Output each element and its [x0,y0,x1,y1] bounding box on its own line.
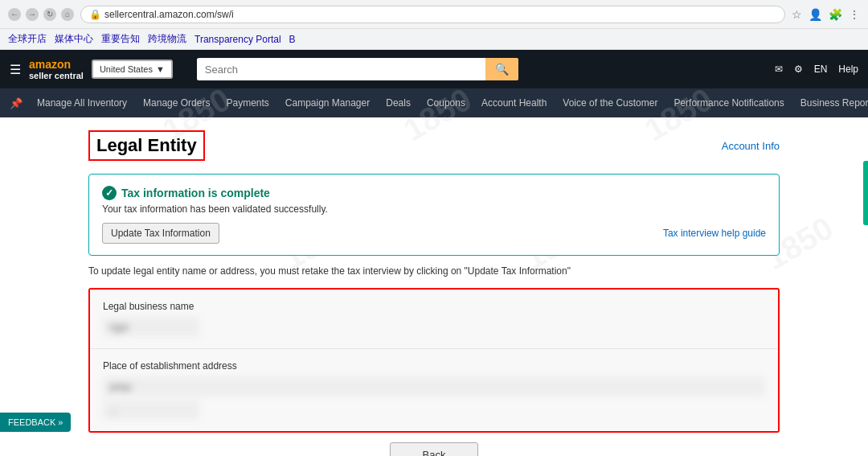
nav-performance[interactable]: Performance Notifications [672,97,785,109]
right-edge-indicator [863,161,868,225]
page-header: Legal Entity Account Info [88,130,780,161]
back-browser-button[interactable]: ← [8,8,21,21]
hamburger-icon[interactable]: ☰ [10,62,21,77]
nav-campaign-manager[interactable]: Campaign Manager [284,97,371,109]
back-button[interactable]: Back [390,442,479,456]
page-title: Legal Entity [88,130,205,161]
tax-banner-title-text: Tax information is complete [121,187,270,199]
bookmark-b[interactable]: B [289,34,296,45]
address-lines: yequ ... [103,376,765,420]
tax-help-link[interactable]: Tax interview help guide [663,228,766,239]
address-line1: yequ [103,376,765,396]
nav-coupons[interactable]: Coupons [425,97,467,109]
address-line2: ... [103,400,199,420]
search-button[interactable]: 🔍 [485,58,518,80]
nav-account-health[interactable]: Account Health [480,97,548,109]
profile-icon[interactable]: 👤 [809,8,822,21]
header-right: ✉ ⚙ EN Help [775,64,858,75]
bookmark-media[interactable]: 媒体中心 [55,32,93,46]
settings-icon[interactable]: ⚙ [794,64,803,75]
refresh-button[interactable]: ↻ [43,8,56,21]
amazon-header: ☰ amazon seller central United States ▼ … [0,50,868,88]
address-bar[interactable]: 🔒 sellercentral.amazon.com/sw/i [80,6,785,23]
bookmark-notice[interactable]: 重要告知 [101,32,140,46]
business-name-row: Legal business name ngsi [90,290,778,349]
home-button[interactable]: ⌂ [61,8,74,21]
tax-banner-footer: Update Tax Information Tax interview hel… [102,223,766,244]
feedback-tab[interactable]: FEEDBACK » [0,413,71,432]
nav-payments[interactable]: Payments [224,97,270,109]
lang-selector[interactable]: EN [814,64,828,75]
lock-icon: 🔒 [89,9,101,20]
nav-manage-orders[interactable]: Manage Orders [141,97,211,109]
nav-bar: 📌 Manage All Inventory Manage Orders Pay… [0,88,868,117]
nav-pin-icon: 📌 [10,97,23,109]
messages-icon[interactable]: ✉ [775,64,783,75]
menu-icon[interactable]: ⋮ [849,8,860,21]
tax-banner-title: ✓ Tax information is complete [102,186,766,200]
url-text: sellercentral.amazon.com/sw/i [104,9,234,20]
nav-voice-customer[interactable]: Voice of the Customer [561,97,659,109]
browser-toolbar: ☆ 👤 🧩 ⋮ [792,8,860,21]
form-section: Legal business name ngsi Place of establ… [88,288,780,433]
nav-business-reports[interactable]: Business Reports [799,97,868,109]
bookmark-transparency[interactable]: Transparency Portal [194,34,281,45]
check-circle-icon: ✓ [102,186,117,200]
browser-bar: ← → ↻ ⌂ 🔒 sellercentral.amazon.com/sw/i … [0,0,868,29]
nav-deals[interactable]: Deals [384,97,412,109]
star-icon[interactable]: ☆ [792,8,802,21]
store-label: United States [100,64,153,74]
back-button-row: Back [88,442,780,456]
account-info-link[interactable]: Account Info [722,140,780,152]
business-name-label: Legal business name [103,301,765,312]
update-tax-button[interactable]: Update Tax Information [102,223,219,244]
notice-text: To update legal entity name or address, … [88,265,780,277]
nav-manage-inventory[interactable]: Manage All Inventory [35,97,129,109]
search-box: 🔍 [197,58,518,80]
bookmark-quanqiu[interactable]: 全球开店 [8,32,47,46]
address-label: Place of establishment address [103,360,765,372]
extension-icon[interactable]: 🧩 [829,8,842,21]
forward-browser-button[interactable]: → [26,8,39,21]
browser-controls: ← → ↻ ⌂ [8,8,74,21]
address-row: Place of establishment address yequ ... [90,349,778,431]
business-name-value: ngsi [103,317,199,337]
chevron-down-icon: ▼ [156,64,165,74]
tax-banner: ✓ Tax information is complete Your tax i… [88,174,780,256]
search-input[interactable] [197,59,485,80]
amazon-logo: amazon seller central [29,58,84,80]
store-selector[interactable]: United States ▼ [92,60,173,79]
bookmark-logistics[interactable]: 跨境物流 [148,32,186,46]
bookmarks-bar: 全球开店 媒体中心 重要告知 跨境物流 Transparency Portal … [0,29,868,50]
tax-banner-subtitle: Your tax information has been validated … [102,203,766,215]
help-link[interactable]: Help [838,64,858,75]
page-content: Legal Entity Account Info ✓ Tax informat… [72,117,796,456]
seller-central-label: seller central [29,71,84,80]
